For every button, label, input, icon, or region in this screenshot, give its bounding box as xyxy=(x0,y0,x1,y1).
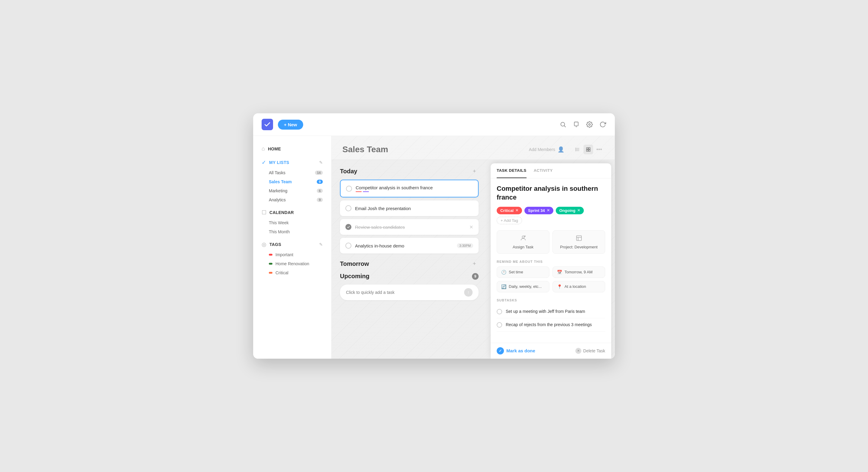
detail-tags: Critical ✕ Sprint 34 ✕ Ongoing ✕ xyxy=(497,207,605,224)
view-toggle: ••• xyxy=(572,145,604,154)
quick-add-submit-button[interactable]: ↑ xyxy=(464,288,472,296)
location-icon: 📍 xyxy=(557,284,562,289)
remind-set-time-button[interactable]: 🕐 Set time xyxy=(497,266,550,278)
marketing-badge: 6 xyxy=(317,189,323,193)
delete-icon: ✕ xyxy=(575,348,581,354)
add-members-button[interactable]: Add Members 👤 xyxy=(525,145,568,155)
tab-task-details[interactable]: TASK DETAILS xyxy=(497,163,527,178)
list-view-button[interactable] xyxy=(572,145,582,154)
task3-remove-button[interactable]: ✕ xyxy=(469,224,473,230)
tag-ongoing-label: Ongoing xyxy=(559,208,575,213)
home-label: HOME xyxy=(268,147,323,151)
tag-ongoing[interactable]: Ongoing ✕ xyxy=(556,207,584,214)
project-label: Project: Development xyxy=(560,245,597,249)
sidebar-item-home-renovation[interactable]: Home Renovation xyxy=(253,259,331,268)
sidebar-item-analytics[interactable]: Analytics 9 xyxy=(253,195,331,204)
all-tasks-badge: 14 xyxy=(315,170,323,175)
home-renovation-label: Home Renovation xyxy=(276,261,309,266)
quick-add-input[interactable] xyxy=(346,290,461,295)
home-renovation-dot xyxy=(269,263,273,264)
detail-footer: ✓ Mark as done ✕ Delete Task xyxy=(491,343,611,359)
project-icon xyxy=(576,235,582,243)
notifications-icon[interactable] xyxy=(572,121,580,128)
svg-rect-2 xyxy=(575,122,578,126)
mark-done-icon: ✓ xyxy=(497,347,504,354)
svg-rect-11 xyxy=(587,148,588,149)
remind-location-button[interactable]: 📍 At a location xyxy=(553,281,605,292)
calendar-label: CALENDAR xyxy=(270,210,323,215)
sales-team-label: Sales Team xyxy=(269,179,292,184)
task2-check[interactable] xyxy=(345,205,351,211)
delete-task-label: Delete Task xyxy=(583,348,605,353)
subtask1-check[interactable] xyxy=(497,309,502,314)
tag-ongoing-remove[interactable]: ✕ xyxy=(577,208,580,213)
delete-task-button[interactable]: ✕ Delete Task xyxy=(575,348,605,354)
new-button[interactable]: + New xyxy=(278,120,303,130)
subtask-2[interactable]: Recap of rejects from the previous 3 mee… xyxy=(497,318,605,332)
tag-critical-remove[interactable]: ✕ xyxy=(516,208,518,213)
remind-grid: 🕐 Set time 📅 Tomorrow, 9 AM 🔄 Daily, wee… xyxy=(497,266,605,292)
svg-rect-14 xyxy=(589,150,590,151)
sidebar-item-marketing[interactable]: Marketing 6 xyxy=(253,186,331,195)
remind-recurring-button[interactable]: 🔄 Daily, weekly, etc... xyxy=(497,281,550,292)
task3-check[interactable] xyxy=(345,224,351,230)
sidebar-item-important[interactable]: Important xyxy=(253,250,331,259)
remind-tomorrow-button[interactable]: 📅 Tomorrow, 9 AM xyxy=(553,266,605,278)
home-icon: ⌂ xyxy=(261,146,265,152)
tomorrow-add-button[interactable]: + xyxy=(470,259,478,268)
search-icon[interactable] xyxy=(559,121,567,128)
top-bar: + New xyxy=(253,113,615,136)
svg-line-1 xyxy=(564,126,565,127)
refresh-icon[interactable] xyxy=(599,121,607,128)
sidebar-item-this-week[interactable]: This Week xyxy=(253,218,331,227)
sidebar-item-sales-team[interactable]: Sales Team 9 xyxy=(253,177,331,186)
tag-critical[interactable]: Critical ✕ xyxy=(497,207,522,214)
sidebar-tags-header[interactable]: ◎ TAGS ✎ xyxy=(253,239,331,250)
clock-icon: 🕐 xyxy=(501,270,506,275)
grid-view-button[interactable] xyxy=(584,145,593,154)
subtask-1[interactable]: Set up a meeting with Jeff from Paris te… xyxy=(497,305,605,319)
more-options-button[interactable]: ••• xyxy=(594,145,604,154)
sidebar-item-critical[interactable]: Critical xyxy=(253,268,331,277)
svg-point-4 xyxy=(589,124,590,126)
task4-check[interactable] xyxy=(345,243,351,249)
task-card-4[interactable]: Analytics in-house demo 3:30PM xyxy=(340,238,478,253)
tab-activity[interactable]: ACTIVITY xyxy=(534,163,553,178)
task-card-1[interactable]: Competitor analysis in southern france xyxy=(340,180,478,197)
tags-edit-icon[interactable]: ✎ xyxy=(319,242,323,247)
sidebar-my-lists-header[interactable]: ✓ MY LISTS ✎ xyxy=(253,157,331,168)
today-label: Today xyxy=(340,168,470,175)
main-layout: ⌂ HOME ✓ MY LISTS ✎ All Tasks 14 Sales T… xyxy=(253,136,615,358)
logo-button[interactable] xyxy=(261,119,273,130)
assign-task-button[interactable]: Assign Task xyxy=(497,230,550,254)
detail-task-title: Competitor analysis in southern france xyxy=(497,185,605,202)
settings-icon[interactable] xyxy=(586,121,593,128)
edit-icon[interactable]: ✎ xyxy=(319,160,323,165)
tag-sprint[interactable]: Sprint 34 ✕ xyxy=(524,207,553,214)
task1-check[interactable] xyxy=(346,186,352,192)
sidebar-section-tags: ◎ TAGS ✎ Important Home Renovation Criti… xyxy=(253,239,331,277)
remind-set-time-label: Set time xyxy=(509,270,523,274)
sidebar-item-all-tasks[interactable]: All Tasks 14 xyxy=(253,168,331,177)
task1-underlines xyxy=(355,191,472,192)
svg-rect-13 xyxy=(587,150,588,151)
page-title: Sales Team xyxy=(342,145,521,154)
check-circle-icon: ✓ xyxy=(261,159,266,166)
today-add-button[interactable]: + xyxy=(470,167,478,176)
my-lists-label: MY LISTS xyxy=(269,160,316,165)
tag-sprint-remove[interactable]: ✕ xyxy=(547,208,550,213)
task-card-2[interactable]: Email Josh the presentation xyxy=(340,200,478,216)
sidebar: ⌂ HOME ✓ MY LISTS ✎ All Tasks 14 Sales T… xyxy=(253,136,332,358)
project-button[interactable]: Project: Development xyxy=(553,230,605,254)
subtask2-check[interactable] xyxy=(497,322,502,327)
task2-text: Email Josh the presentation xyxy=(355,206,473,211)
task-card-3[interactable]: Review sales candidates ✕ xyxy=(340,219,478,235)
task4-text: Analytics in-house demo xyxy=(355,243,453,248)
sidebar-item-this-month[interactable]: This Month xyxy=(253,227,331,236)
sidebar-item-home[interactable]: ⌂ HOME xyxy=(253,143,331,154)
mark-done-button[interactable]: ✓ Mark as done xyxy=(497,347,572,354)
recurring-icon: 🔄 xyxy=(501,284,506,289)
task-list-panel: Today + Competitor analysis in southern … xyxy=(332,160,487,358)
sidebar-calendar-header[interactable]: ☐ CALENDAR xyxy=(253,207,331,218)
add-tag-button[interactable]: + Add Tag xyxy=(497,217,522,224)
